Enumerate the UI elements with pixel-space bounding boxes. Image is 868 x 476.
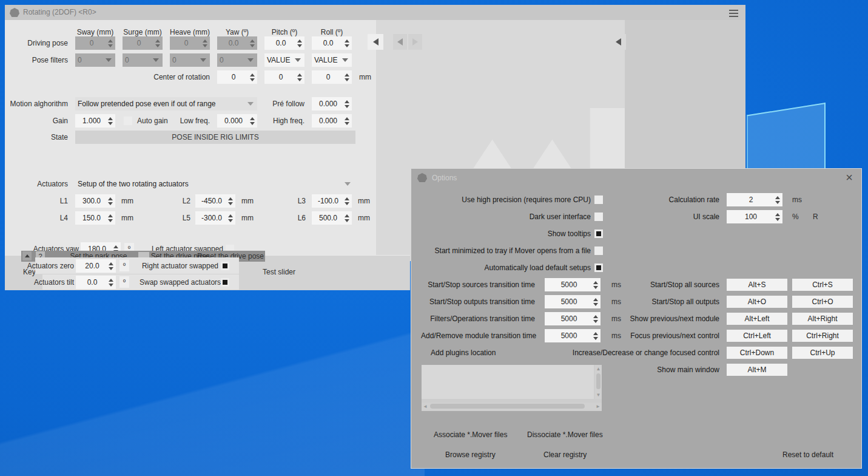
l4-spinner[interactable]: 150.0	[75, 211, 115, 225]
show-main-window-key-button[interactable]: Alt+M	[727, 364, 787, 376]
swap-swapped-checkbox[interactable]	[221, 278, 229, 287]
focus-control-key2-button[interactable]: Ctrl+Right	[792, 330, 853, 342]
driving-surge-spinner: 0	[123, 36, 163, 50]
plugins-list-area[interactable]	[422, 365, 594, 399]
startstop-sources-key1-button[interactable]: Alt+S	[727, 279, 787, 291]
pose-filters-label: Pose filters	[13, 53, 68, 67]
prevnext-module-key2-button[interactable]: Alt+Right	[792, 313, 853, 325]
startstop-sources-label: Start/Stop all sources	[586, 278, 719, 291]
add-plugins-location-label: Add plugins location	[431, 346, 496, 359]
high-freq-spinner[interactable]: 0.000	[312, 114, 352, 127]
calculation-rate-unit: ms	[792, 193, 802, 206]
start-minimized-label: Start minimized to tray if Mover opens f…	[421, 244, 591, 257]
center-y-spinner[interactable]: 0	[264, 70, 304, 84]
outputs-transition-label: Start/Stop outputs transition time	[421, 295, 535, 308]
l6-spinner[interactable]: 500.0	[312, 211, 352, 225]
ui-scale-unit: %	[792, 210, 799, 223]
rotating-window-title: Rotating (2DOF) <R0>	[23, 8, 96, 17]
filter-sway-dropdown: 0	[75, 53, 115, 67]
state-label: State	[13, 131, 68, 144]
zero-degree-unit: º	[119, 260, 129, 271]
startstop-outputs-key1-button[interactable]: Alt+O	[727, 296, 787, 308]
gain-spinner[interactable]: 1.000	[75, 114, 115, 127]
rotating-titlebar[interactable]: Rotating (2DOF) <R0>	[5, 5, 745, 20]
pre-follow-spinner[interactable]: 0.000	[312, 97, 352, 110]
change-control-key2-button[interactable]: Ctrl+Up	[792, 347, 853, 359]
test-slider-label: Test slider	[263, 265, 295, 279]
auto-load-setups-checkbox[interactable]	[594, 264, 603, 272]
center-z-spinner[interactable]: 0	[312, 70, 352, 84]
driving-yaw-spinner: 0.0	[217, 36, 257, 50]
l5-spinner[interactable]: -300.0	[195, 211, 235, 225]
show-tooltips-checkbox[interactable]	[594, 229, 603, 238]
l2-unit: mm	[241, 194, 254, 208]
ui-scale-restart-flag: R	[813, 210, 818, 223]
low-freq-spinner[interactable]: 0.000	[217, 114, 257, 127]
filter-heave-dropdown: 0	[170, 53, 210, 67]
browse-registry-button[interactable]: Browse registry	[445, 450, 496, 460]
sources-transition-label: Start/Stop sources transition time	[421, 278, 535, 291]
actuators-tilt-spinner[interactable]: 0.0	[76, 276, 116, 289]
swap-swapped-label: Swap swapped actuators	[140, 276, 218, 289]
startstop-outputs-label: Start/Stop all outputs	[586, 295, 719, 308]
actuators-zero-row: Actuators zero 20.0 º Right actuator swa…	[35, 257, 239, 274]
clear-registry-button[interactable]: Clear registry	[543, 450, 587, 460]
startstop-sources-key2-button[interactable]: Ctrl+S	[792, 279, 853, 291]
auto-gain-checkbox[interactable]	[124, 117, 132, 125]
l6-unit: mm	[358, 211, 370, 225]
prevnext-module-key1-button[interactable]: Alt+Left	[727, 313, 787, 325]
ui-scale-spinner[interactable]: 100	[727, 210, 782, 223]
actuators-tilt-label: Actuators tilt	[19, 276, 74, 289]
app-logo-icon	[10, 8, 19, 17]
l2-spinner[interactable]: -450.0	[195, 194, 235, 208]
calculation-rate-label: Calculation rate	[586, 193, 719, 206]
motion-algorithm-dropdown[interactable]: Follow pretended pose even if out of ran…	[75, 97, 257, 110]
right-swapped-checkbox[interactable]	[221, 262, 229, 270]
center-of-rotation-label: Center of rotation	[131, 70, 210, 84]
show-tooltips-label: Show tooltips	[421, 227, 591, 240]
motion-algorithm-label: Motion alghorithm	[5, 97, 68, 110]
next-module-button[interactable]	[408, 34, 422, 50]
start-minimized-checkbox[interactable]	[594, 246, 603, 255]
driving-pitch-spinner[interactable]: 0.0	[264, 36, 304, 50]
focus-control-label: Focus previous/next control	[586, 329, 719, 342]
change-control-label: Increase/Decrease or change focused cont…	[513, 346, 719, 359]
dark-ui-label: Dark user interface	[421, 210, 591, 223]
filter-surge-dropdown: 0	[123, 53, 163, 67]
filter-roll-dropdown[interactable]: VALUE	[312, 53, 352, 67]
l1-spinner[interactable]: 300.0	[75, 194, 115, 208]
l2-label: L2	[172, 194, 190, 208]
plugins-hscrollbar[interactable]: ◄ ►	[422, 403, 602, 410]
collapse-middle-panel-button[interactable]	[610, 34, 626, 50]
window-menu-icon[interactable]	[729, 10, 738, 17]
startstop-outputs-key2-button[interactable]: Ctrl+O	[792, 296, 853, 308]
filters-transition-label: Filters/Operations transition time	[421, 312, 535, 325]
driving-heave-spinner: 0	[170, 36, 210, 50]
close-icon[interactable]: ×	[846, 171, 853, 183]
change-control-key1-button[interactable]: Ctrl+Down	[727, 347, 787, 359]
filter-pitch-dropdown[interactable]: VALUE	[264, 53, 304, 67]
plugins-listbox[interactable]: ▲ ▼ ◄ ►	[422, 365, 602, 411]
calculation-rate-spinner[interactable]: 2	[727, 193, 782, 206]
l3-spinner[interactable]: -100.0	[312, 194, 352, 208]
l5-label: L5	[172, 211, 190, 225]
l5-unit: mm	[241, 211, 254, 225]
associate-files-button[interactable]: Associate *.Mover files	[434, 430, 507, 440]
actuators-zero-label: Actuators zero	[19, 259, 74, 273]
l3-label: L3	[288, 194, 306, 208]
wallpaper-light-band	[0, 261, 425, 476]
options-titlebar[interactable]: Options ×	[411, 169, 861, 184]
high-precision-label: Use high precision (requires more CPU)	[421, 193, 591, 206]
reset-to-default-button[interactable]: Reset to default	[782, 450, 833, 460]
prev-module-button[interactable]	[393, 34, 407, 50]
plugins-vscrollbar[interactable]: ▲ ▼	[595, 365, 602, 399]
dissociate-files-button[interactable]: Dissociate *.Mover files	[527, 430, 603, 440]
actuators-zero-spinner[interactable]: 20.0	[76, 259, 116, 273]
collapse-left-panel-button[interactable]	[368, 34, 383, 50]
options-logo-icon	[417, 173, 427, 182]
filter-yaw-dropdown: 0	[217, 53, 257, 67]
driving-roll-spinner[interactable]: 0.0	[312, 36, 352, 50]
actuators-preset-dropdown[interactable]: Setup of the two rotating actuators	[75, 177, 354, 191]
focus-control-key1-button[interactable]: Ctrl+Left	[727, 330, 787, 342]
center-x-spinner[interactable]: 0	[217, 70, 257, 84]
